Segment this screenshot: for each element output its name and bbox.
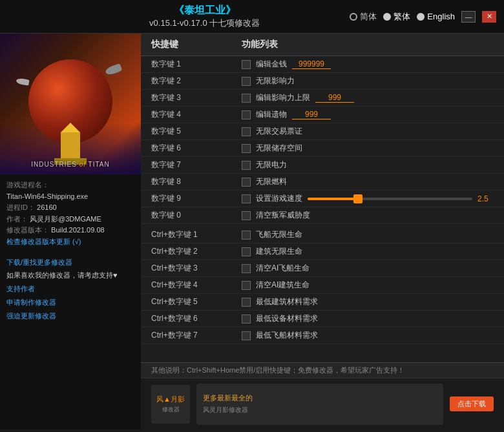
func-text: 清空叛军威胁度	[256, 210, 310, 221]
func-input[interactable]	[292, 110, 331, 119]
row-checkbox[interactable]	[242, 298, 251, 307]
title-bar: 《泰坦工业》 v0.15.1-v0.17.0 十七项修改器 简体 繁体 Engl…	[0, 0, 504, 34]
table-row: Ctrl+数字键 1飞船无限生命	[141, 227, 504, 243]
table-row: 数字键 0清空叛军威胁度	[141, 207, 504, 224]
close-button[interactable]: ✕	[482, 11, 496, 23]
key-cell: 数字键 8	[151, 176, 242, 187]
table-row: 数字键 1编辑金钱	[141, 56, 504, 73]
func-cell: 飞船无限生命	[242, 229, 494, 240]
func-cell: 无限影响力	[242, 76, 494, 87]
func-text: 设置游戏速度	[256, 193, 302, 204]
func-text: 最低飞船材料需求	[256, 330, 318, 341]
func-text: 飞船无限生命	[256, 229, 302, 240]
row-checkbox[interactable]	[242, 94, 251, 103]
key-cell: Ctrl+数字键 2	[151, 246, 242, 257]
ship1-graphic	[105, 63, 123, 76]
lang-traditional[interactable]: 繁体	[383, 11, 410, 23]
slider-track[interactable]	[308, 198, 472, 200]
left-panel: INDUSTRIES of TITAN 游戏进程名： Titan-Win64-S…	[0, 34, 141, 429]
func-cell: 建筑无限生命	[242, 246, 494, 257]
row-checkbox[interactable]	[242, 281, 251, 290]
row-checkbox[interactable]	[242, 194, 251, 203]
slider-fill	[308, 198, 357, 200]
ad-title: 更多最新最全的	[203, 393, 437, 403]
process-value: Titan-Win64-Shipping.exe	[6, 192, 88, 200]
force-update-link[interactable]: 强迫更新修改器	[6, 309, 134, 323]
radio-traditional-icon	[383, 13, 391, 21]
key-cell: 数字键 3	[151, 92, 242, 103]
lang-english[interactable]: English	[417, 12, 455, 21]
download-link[interactable]: 下载/重找更多修改器	[6, 256, 134, 269]
author-value: 风灵月影@3DMGAME	[30, 215, 101, 223]
table-body: 数字键 1编辑金钱数字键 2无限影响力数字键 3编辑影响力上限数字键 4编辑遗物…	[141, 56, 504, 362]
table-row: Ctrl+数字键 5最低建筑材料需求	[141, 294, 504, 311]
func-text: 无限电力	[256, 159, 287, 170]
key-cell: 数字键 6	[151, 143, 242, 154]
support-text: 如果喜欢我的修改器，请考虑支持♥	[6, 271, 118, 279]
row-checkbox[interactable]	[242, 127, 251, 136]
row-checkbox[interactable]	[242, 331, 251, 340]
func-text: 无限影响力	[256, 76, 295, 87]
pid-line: 进程ID： 26160	[6, 202, 134, 214]
func-cell: 最低飞船材料需求	[242, 330, 494, 341]
func-cell: 无限储存空间	[242, 143, 494, 154]
ad-content: 更多最新最全的 风灵月影修改器	[196, 384, 443, 425]
request-link[interactable]: 申请制作修改器	[6, 296, 134, 309]
func-text: 建筑无限生命	[256, 246, 302, 257]
row-checkbox[interactable]	[242, 178, 251, 187]
row-checkbox[interactable]	[242, 77, 251, 86]
func-cell: 无限燃料	[242, 176, 494, 187]
lang-options: 简体 繁体 English — ✕	[350, 11, 496, 23]
footer-ad: 风▲月影 修改器 更多最新最全的 风灵月影修改器 点击下载	[141, 378, 504, 429]
radio-english-icon	[417, 13, 425, 21]
support-author-link[interactable]: 支持作者	[6, 282, 134, 296]
lang-simplified[interactable]: 简体	[350, 11, 377, 23]
check-update-link[interactable]: 检查修改器版本更新 (√)	[6, 238, 81, 245]
func-text: 无限交易票证	[256, 126, 302, 137]
row-checkbox[interactable]	[242, 161, 251, 170]
row-checkbox[interactable]	[242, 264, 251, 273]
lang-simplified-label: 简体	[360, 11, 377, 23]
row-checkbox[interactable]	[242, 211, 251, 220]
table-row: 数字键 4编辑遗物	[141, 107, 504, 123]
radio-simplified-icon	[350, 13, 357, 21]
row-checkbox[interactable]	[242, 60, 251, 69]
row-checkbox[interactable]	[242, 144, 251, 153]
func-text: 编辑遗物	[256, 109, 287, 120]
lang-traditional-label: 繁体	[394, 11, 410, 23]
row-checkbox[interactable]	[242, 110, 251, 119]
ad-subtitle: 风灵月影修改器	[203, 406, 437, 415]
slider-container: 2.5	[308, 194, 494, 203]
col-func-header: 功能列表	[242, 39, 494, 50]
func-text: 清空AI飞船生命	[256, 263, 310, 274]
key-cell: Ctrl+数字键 5	[151, 296, 242, 307]
row-checkbox[interactable]	[242, 247, 251, 256]
slider-thumb[interactable]	[353, 194, 362, 203]
lang-english-label: English	[427, 12, 455, 21]
table-row: 数字键 2无限影响力	[141, 73, 504, 90]
table-row: 数字键 9设置游戏速度2.5	[141, 190, 504, 207]
game-title: 《泰坦工业》	[59, 4, 350, 17]
table-row: 数字键 7无限电力	[141, 157, 504, 174]
func-cell: 编辑遗物	[242, 109, 494, 120]
check-update-line: 检查修改器版本更新 (√)	[6, 236, 134, 248]
func-input[interactable]	[292, 59, 331, 69]
row-checkbox[interactable]	[242, 231, 251, 240]
func-cell: 设置游戏速度2.5	[242, 193, 494, 204]
minimize-button[interactable]: —	[461, 11, 476, 23]
ad-download-button[interactable]: 点击下载	[450, 396, 494, 411]
func-input[interactable]	[315, 93, 354, 103]
func-text: 最低建筑材料需求	[256, 296, 318, 307]
row-checkbox[interactable]	[242, 314, 251, 324]
version-line: 修改器版本： Build.2021.09.08	[6, 225, 134, 236]
func-text: 编辑影响力上限	[256, 92, 310, 103]
func-cell: 编辑影响力上限	[242, 92, 494, 103]
func-text: 无限燃料	[256, 176, 287, 187]
left-info: 游戏进程名： Titan-Win64-Shipping.exe 进程ID： 26…	[0, 174, 141, 253]
table-row: Ctrl+数字键 4清空AI建筑生命	[141, 277, 504, 294]
col-key-header: 快捷键	[151, 39, 242, 50]
table-row: Ctrl+数字键 3清空AI飞船生命	[141, 260, 504, 277]
key-cell: 数字键 7	[151, 159, 242, 170]
table-row: Ctrl+数字键 2建筑无限生命	[141, 243, 504, 260]
table-header: 快捷键 功能列表	[141, 34, 504, 56]
